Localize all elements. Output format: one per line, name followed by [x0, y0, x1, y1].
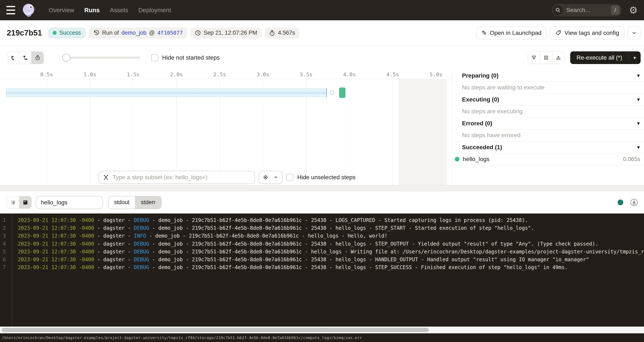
log-line: 42023-09-21 12:07:30 -0400 - dagster - D…	[0, 240, 644, 248]
view-mode-timed-button[interactable]	[31, 52, 44, 64]
panel-splitter[interactable]	[0, 185, 644, 191]
waiting-dashed-line	[6, 93, 326, 93]
log-line: 62023-09-21 12:07:30 -0400 - dagster - D…	[0, 256, 644, 264]
reexecute-dropdown-button[interactable]: ▾	[629, 55, 640, 60]
axis-tick-label: 3.5s	[300, 72, 312, 78]
hide-not-started-checkbox[interactable]	[151, 54, 158, 61]
log-line-text: 2023-09-21 12:07:30 -0400 - dagster - DE…	[18, 248, 644, 256]
history-icon	[93, 30, 100, 36]
axis-tick-label: 3.0s	[256, 72, 269, 78]
waterfall-icon	[22, 55, 28, 61]
start-time-label: Sep 21, 12:07:26 PM	[204, 30, 257, 36]
section-collapse-caret-icon[interactable]: ▼	[637, 121, 641, 126]
log-line-number: 4	[0, 240, 8, 248]
log-line-number: 1	[0, 216, 8, 224]
settings-gear-icon[interactable]: ⚙	[629, 0, 638, 20]
gantt-step-bar-hello-logs[interactable]	[339, 88, 346, 98]
horizontal-scrollbar[interactable]	[0, 326, 644, 333]
job-link[interactable]: demo_job	[121, 30, 146, 36]
log-line: 72023-09-21 12:07:30 -0400 - dagster - D…	[0, 264, 644, 272]
log-line-number: 3	[0, 232, 8, 240]
succeeded-step-row[interactable]: hello_logs0.065s	[452, 154, 644, 166]
hide-not-started-label: Hide not started steps	[162, 54, 220, 61]
view-tags-config-button[interactable]: View tags and config	[550, 26, 624, 40]
view-tags-config-label: View tags and config	[564, 30, 619, 36]
run-header-actions: ✎ Open in Launchpad View tags and config	[476, 26, 640, 40]
tag-icon	[555, 30, 562, 36]
snapshot-link[interactable]: 4f105077	[157, 30, 183, 36]
run-actions-dropdown-button[interactable]	[628, 26, 640, 40]
run-of-prefix: Run of	[102, 30, 119, 36]
nav-item-runs[interactable]: Runs	[84, 7, 100, 14]
log-tab-stderr[interactable]: stderr	[135, 196, 161, 208]
axis-tick-label: 1.5s	[127, 72, 140, 78]
log-line-text: 2023-09-21 12:07:30 -0400 - dagster - DE…	[18, 256, 589, 264]
step-section-header[interactable]: Executing (0)▼	[452, 94, 644, 106]
step-section-title: Errored (0)	[462, 120, 492, 127]
step-section-header[interactable]: Succeeded (1)▼	[452, 142, 644, 154]
axis-tick-label: 4.5s	[386, 72, 399, 78]
zoom-to-fit-button[interactable]	[261, 172, 270, 183]
view-mode-flat-button[interactable]	[7, 52, 19, 64]
collapse-chart-button[interactable]	[272, 172, 280, 183]
step-section-header[interactable]: Errored (0)▼	[452, 118, 644, 130]
flat-list-icon	[10, 55, 16, 61]
log-line-number: 2	[0, 224, 8, 232]
timed-stopwatch-icon	[35, 55, 40, 61]
log-line-number: 7	[0, 264, 8, 272]
hamburger-menu-button[interactable]	[6, 6, 16, 14]
section-collapse-caret-icon[interactable]: ▼	[637, 98, 641, 102]
section-collapse-caret-icon[interactable]: ▼	[637, 74, 641, 78]
download-log-button[interactable]	[630, 198, 638, 207]
log-line-text: 2023-09-21 12:07:30 -0400 - dagster - DE…	[18, 224, 534, 232]
hide-not-started-control[interactable]: Hide not started steps	[151, 54, 220, 61]
collapse-up-button[interactable]	[552, 52, 564, 64]
gantt-chart[interactable]: 0.5s1.0s1.5s2.0s2.5s3.0s3.5s4.0s4.5s5.0s	[0, 70, 452, 185]
log-step-filter-input[interactable]	[36, 196, 103, 209]
log-gutter-divider	[12, 214, 12, 326]
step-section-empty-message: No steps are executing	[452, 106, 644, 118]
gantt-zoom-slider[interactable]	[62, 54, 140, 62]
step-duration: 0.065s	[623, 156, 641, 162]
search-placeholder: Search...	[566, 7, 590, 14]
search-shortcut-badge: /	[611, 6, 620, 15]
axis-tick-label: 5.0s	[430, 72, 442, 78]
log-capture-status-dot	[618, 200, 623, 205]
axis-tick-label: 2.5s	[213, 72, 226, 78]
reexecute-all-button[interactable]: Re-execute all (*)	[570, 54, 628, 61]
step-section-empty-message: No steps are waiting to execute	[452, 82, 644, 94]
raw-log-view-button[interactable]	[19, 196, 31, 208]
dagster-run-page: OverviewRunsAssetsDeployment Search... /…	[0, 0, 644, 342]
hide-unselected-checkbox[interactable]	[286, 174, 294, 181]
split-panels-icon	[543, 55, 549, 61]
pencil-icon: ✎	[482, 29, 487, 36]
step-status-panel: Preparing (0)▼No steps are waiting to ex…	[452, 70, 644, 185]
log-file-path: /Users/erincochran/Desktop/dagster-examp…	[2, 336, 362, 340]
open-in-launchpad-button[interactable]: ✎ Open in Launchpad	[476, 26, 547, 40]
structured-log-view-button[interactable]	[7, 196, 19, 208]
step-subset-input[interactable]	[112, 174, 250, 181]
hide-unselected-label: Hide unselected steps	[297, 174, 356, 181]
collapse-up-icon	[556, 55, 561, 61]
nav-item-deployment[interactable]: Deployment	[138, 7, 171, 14]
collapse-down-icon	[531, 55, 537, 61]
section-collapse-caret-icon[interactable]: ▼	[637, 145, 641, 150]
split-panels-button[interactable]	[540, 52, 552, 64]
hide-unselected-control[interactable]: Hide unselected steps	[286, 171, 356, 184]
primary-nav: OverviewRunsAssetsDeployment	[49, 7, 171, 14]
panel-layout-group	[528, 52, 565, 64]
dagster-logo[interactable]	[22, 3, 36, 17]
step-section-header[interactable]: Preparing (0)▼	[452, 70, 644, 82]
raw-log-view[interactable]: 12023-09-21 12:07:30 -0400 - dagster - D…	[0, 214, 644, 326]
collapse-down-button[interactable]	[528, 52, 540, 64]
search-box[interactable]: Search... /	[552, 4, 622, 16]
status-label: Success	[60, 30, 81, 36]
gantt-section: 0.5s1.0s1.5s2.0s2.5s3.0s3.5s4.0s4.5s5.0s	[0, 70, 644, 185]
nav-item-assets[interactable]: Assets	[110, 7, 128, 14]
log-tab-stdout[interactable]: stdout	[108, 196, 135, 208]
axis-tick-label: 0.5s	[40, 72, 53, 78]
nav-item-overview[interactable]: Overview	[49, 7, 74, 14]
scrollbar-thumb[interactable]	[2, 328, 429, 332]
slider-knob[interactable]	[62, 54, 70, 62]
view-mode-waterfall-button[interactable]	[19, 52, 31, 64]
